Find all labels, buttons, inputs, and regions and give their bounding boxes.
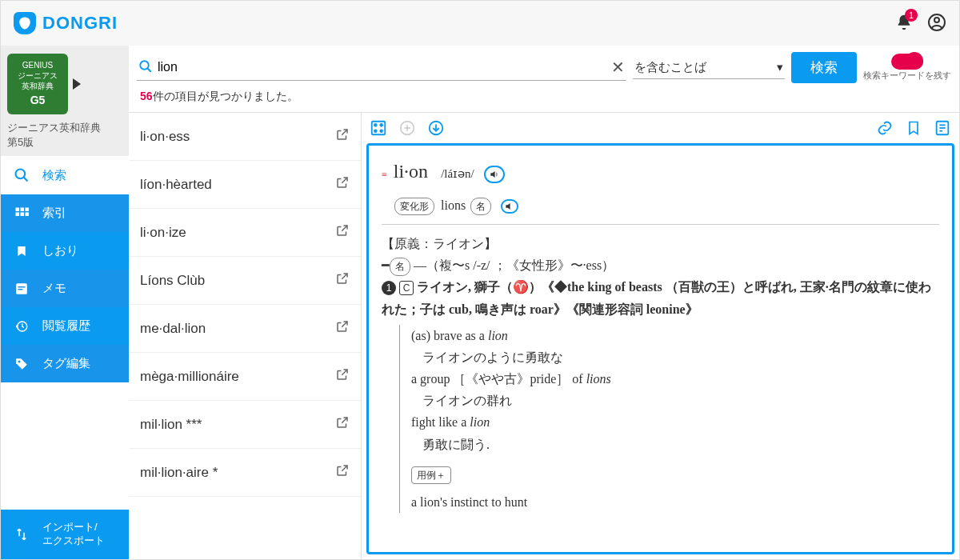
list-item-word: me·dal·lion (140, 321, 206, 337)
svg-point-19 (380, 124, 382, 126)
svg-rect-12 (18, 289, 23, 290)
more-examples-button[interactable]: 用例＋ (411, 466, 451, 484)
result-count: 56件の項目が見つかりました。 (129, 86, 959, 112)
sidebar-item-label: タグ編集 (42, 356, 90, 371)
notifications-icon[interactable]: 1 (895, 14, 913, 34)
examples: (as) brave as a lion ライオンのように勇敢な a group… (399, 325, 939, 514)
svg-rect-17 (372, 122, 386, 135)
svg-rect-9 (26, 212, 30, 216)
svg-point-14 (18, 360, 21, 362)
svg-rect-6 (26, 207, 30, 211)
audio-button[interactable] (484, 166, 505, 183)
etymology: 【原義：ライオン】 (382, 233, 939, 254)
list-item-word: mil·lion *** (140, 417, 202, 433)
dictionary-card[interactable]: GENIUS ジーニアス 英和辞典 G5 ジーニアス英和辞典 第5版 (1, 46, 129, 156)
main-layout: GENIUS ジーニアス 英和辞典 G5 ジーニアス英和辞典 第5版 検索 索引… (1, 46, 959, 559)
sidebar-item-import-export[interactable]: インポート/ エクスポート (1, 510, 129, 559)
bookmark-icon (14, 244, 30, 258)
bookmark-icon[interactable] (905, 119, 922, 137)
content-area: ✕ を含むことば ▾ 検索 検索キーワードを残す 56件の項目が見つかりました。… (129, 46, 959, 559)
svg-rect-4 (16, 207, 20, 211)
pronunciation: /láɪən/ (441, 167, 474, 180)
sidebar-item-label: メモ (42, 281, 66, 296)
play-icon[interactable] (73, 78, 81, 90)
svg-point-2 (16, 170, 26, 179)
note-icon[interactable] (934, 119, 951, 137)
svg-point-18 (374, 124, 377, 126)
svg-rect-7 (16, 212, 20, 216)
list-item[interactable]: me·dal·lion (129, 305, 361, 353)
list-item[interactable]: líon·hèarted (129, 161, 361, 209)
svg-rect-11 (18, 286, 26, 288)
dictionary-name: ジーニアス英和辞典 第5版 (7, 121, 122, 150)
results-list[interactable]: li·on·esslíon·hèartedli·on·izeLíons Clùb… (129, 113, 361, 559)
search-input[interactable] (158, 60, 606, 74)
svg-line-16 (147, 68, 151, 72)
search-button[interactable]: 検索 (791, 52, 857, 83)
svg-rect-5 (21, 207, 25, 211)
open-external-icon[interactable] (335, 271, 350, 290)
audio-button[interactable] (501, 199, 518, 214)
svg-point-21 (380, 130, 382, 132)
history-icon (14, 319, 30, 334)
sidebar-item-search[interactable]: 検索 (1, 156, 129, 194)
memo-icon (14, 282, 30, 296)
open-external-icon[interactable] (335, 175, 350, 194)
list-item[interactable]: li·on·ize (129, 209, 361, 257)
sidebar-item-label: 検索 (42, 168, 66, 183)
brand-name: DONGRI (42, 13, 118, 34)
sidebar-item-memo[interactable]: メモ (1, 270, 129, 307)
brand[interactable]: DONGRI (14, 12, 118, 34)
forms: —（複〜s /-z/ ；《女性形》〜·ess） (414, 258, 614, 272)
toggle-label: 検索キーワードを残す (863, 70, 951, 82)
list-item[interactable]: mil·lion *** (129, 401, 361, 449)
list-item[interactable]: li·on·ess (129, 113, 361, 161)
inflection-text: lions (441, 198, 466, 212)
inflection-label: 変化形 (394, 198, 434, 215)
sidebar-item-bookmark[interactable]: しおり (1, 232, 129, 270)
dictionary-cover: GENIUS ジーニアス 英和辞典 G5 (7, 54, 68, 114)
sidebar-item-label: 索引 (42, 206, 66, 221)
entry-body[interactable]: ≡ li·on /láɪən/ 変化形 lions 名 【原義：ライオン】 (366, 143, 954, 554)
dice-icon[interactable] (370, 119, 387, 137)
sidebar-item-history[interactable]: 閲覧履歴 (1, 307, 129, 345)
list-item[interactable]: mil·lion·aire * (129, 449, 361, 497)
link-icon[interactable] (876, 119, 894, 137)
svg-point-15 (140, 61, 149, 70)
add-circle-icon[interactable] (398, 119, 416, 137)
open-external-icon[interactable] (335, 319, 350, 338)
list-item-word: líon·hèarted (140, 177, 212, 193)
inflection-pos: 名 (470, 198, 491, 215)
search-input-wrap[interactable]: ✕ (137, 54, 626, 81)
list-item[interactable]: mèga·millionáire (129, 353, 361, 401)
open-external-icon[interactable] (335, 367, 350, 386)
open-external-icon[interactable] (335, 223, 350, 242)
account-icon[interactable] (927, 13, 946, 34)
download-circle-icon[interactable] (427, 119, 445, 137)
sidebar-item-label: インポート/ エクスポート (42, 521, 105, 548)
marker-icon: ≡ (382, 169, 387, 180)
list-item-word: li·on·ize (140, 225, 186, 241)
list-item[interactable]: Líons Clùb (129, 257, 361, 305)
headword: li·on (394, 161, 428, 182)
svg-line-3 (24, 178, 28, 182)
entry-panel: ≡ li·on /láɪən/ 変化形 lions 名 【原義：ライオン】 (361, 113, 959, 559)
sidebar-item-index[interactable]: 索引 (1, 194, 129, 232)
chevron-down-icon: ▾ (777, 60, 783, 74)
open-external-icon[interactable] (335, 463, 350, 482)
search-bar: ✕ を含むことば ▾ 検索 検索キーワードを残す (129, 46, 959, 86)
svg-rect-8 (21, 212, 25, 216)
open-external-icon[interactable] (335, 415, 350, 434)
list-item-word: mil·lion·aire * (140, 465, 218, 481)
example-text: a lion's instinct to hunt (411, 491, 939, 513)
entry-toolbar (362, 113, 959, 143)
open-external-icon[interactable] (335, 127, 350, 146)
keep-keyword-toggle[interactable] (891, 54, 923, 70)
list-item-word: Líons Clùb (140, 273, 205, 289)
clear-icon[interactable]: ✕ (611, 58, 625, 77)
search-mode-select[interactable]: を含むことば ▾ (633, 57, 785, 79)
sidebar-nav: 検索 索引 しおり メモ 閲覧履歴 タグ編集 (1, 156, 129, 382)
app-header: DONGRI 1 (1, 1, 959, 46)
sense-number: 1 (382, 281, 396, 295)
sidebar-item-tags[interactable]: タグ編集 (1, 345, 129, 382)
